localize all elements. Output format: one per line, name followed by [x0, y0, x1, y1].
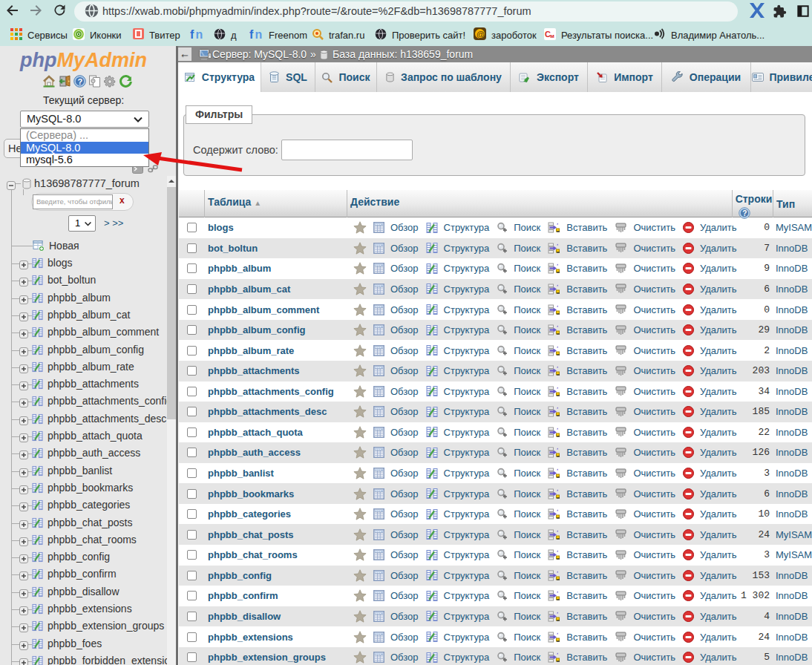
svg-text:?: ?: [77, 77, 82, 86]
svg-text:n: n: [196, 28, 203, 40]
svg-text:n: n: [255, 28, 263, 40]
svg-text:f: f: [249, 28, 254, 40]
svg-text:м: м: [550, 33, 554, 39]
svg-text:@: @: [477, 30, 485, 39]
svg-text:f: f: [190, 28, 194, 40]
svg-text:?: ?: [742, 209, 747, 217]
